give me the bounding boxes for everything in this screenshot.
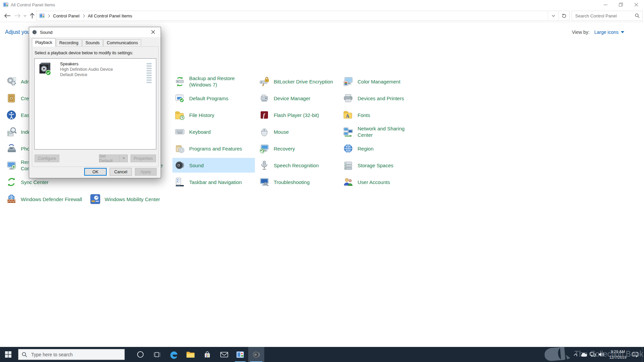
control-panel-window-icon <box>3 2 8 7</box>
onedrive-tray-button[interactable] <box>580 347 588 362</box>
task-view-button[interactable] <box>150 347 164 362</box>
forward-button[interactable] <box>13 12 21 20</box>
backup-restore-icon <box>174 76 185 87</box>
breadcrumb-current[interactable]: All Control Panel Items <box>88 13 132 18</box>
cp-item-windows-mobility-center[interactable]: Windows Mobility Center <box>88 192 170 206</box>
cp-item-bitlocker-drive-encryption[interactable]: BitLocker Drive Encryption <box>257 74 339 89</box>
store-button[interactable] <box>200 347 215 362</box>
recent-pages-chevron[interactable] <box>22 12 28 20</box>
search-input[interactable] <box>575 13 635 19</box>
taskbar-search-input[interactable] <box>31 352 121 358</box>
cp-item-devices-and-printers[interactable]: Devices and Printers <box>341 91 423 106</box>
cp-item-sound[interactable]: Sound <box>172 158 255 173</box>
start-button[interactable] <box>0 347 16 362</box>
ease-of-access-icon <box>6 110 17 120</box>
search-icon <box>22 352 27 357</box>
show-desktop-button[interactable] <box>642 347 644 362</box>
cp-item-backup-and-restore-windows-7[interactable]: Backup and Restore (Windows 7) <box>172 74 255 89</box>
volume-tray-button[interactable] <box>597 347 606 362</box>
cp-item-region[interactable]: Region <box>341 141 423 156</box>
breadcrumb-chevron-icon <box>82 14 85 17</box>
breadcrumb-chevron-icon <box>47 14 50 17</box>
cp-item-label: Keyboard <box>189 129 211 135</box>
cortana-button[interactable] <box>133 347 148 362</box>
address-bar[interactable]: Control Panel All Control Panel Items <box>36 11 570 21</box>
search-box[interactable] <box>572 11 643 21</box>
cp-item-label: Storage Spaces <box>358 162 393 169</box>
cp-item-color-management[interactable]: Color Management <box>341 74 423 89</box>
restore-button[interactable] <box>613 0 629 9</box>
sound-taskbar-button[interactable] <box>248 347 264 362</box>
minimize-button[interactable] <box>598 0 613 9</box>
tab-sounds[interactable]: Sounds <box>82 39 103 46</box>
tab-playback[interactable]: Playback <box>32 38 56 47</box>
breadcrumb-icon <box>39 13 45 18</box>
file-explorer-button[interactable] <box>183 347 198 362</box>
set-default-dropdown-button[interactable] <box>119 155 128 162</box>
control-panel-taskbar-button[interactable] <box>233 347 248 362</box>
cp-item-label: Mouse <box>274 129 289 135</box>
remoteapp-icon <box>6 160 17 171</box>
color-management-icon <box>343 76 354 87</box>
clock-time: 9:29 AM <box>611 349 625 354</box>
cp-item-fonts[interactable]: AFonts <box>341 108 423 122</box>
cp-item-label: Windows Mobility Center <box>105 196 160 202</box>
set-default-button[interactable]: Set Default <box>99 155 120 162</box>
cp-item-speech-recognition[interactable]: Speech Recognition <box>257 158 339 173</box>
cp-item-storage-spaces[interactable]: Storage Spaces <box>341 158 423 173</box>
cp-item-keyboard[interactable]: Keyboard <box>172 124 255 139</box>
cp-item-label: Backup and Restore (Windows 7) <box>189 75 252 88</box>
clock[interactable]: 9:29 AM 12/7/2019 <box>606 347 630 362</box>
cp-item-network-and-sharing-center[interactable]: Network and Sharing Center <box>341 124 423 139</box>
cp-item-device-manager[interactable]: Device Manager <box>257 91 339 106</box>
cp-item-label: Programs and Features <box>189 145 242 152</box>
user-accounts-icon <box>343 177 354 187</box>
cp-item-default-programs[interactable]: Default Programs <box>172 91 255 106</box>
back-button[interactable] <box>3 12 11 20</box>
cp-item-taskbar-and-navigation[interactable]: Taskbar and Navigation <box>172 175 255 189</box>
cp-item-flash-player-32-bit[interactable]: fFlash Player (32-bit) <box>257 108 339 122</box>
cp-item-label: Recovery <box>274 145 295 152</box>
file-history-icon <box>174 110 185 120</box>
mail-button[interactable] <box>217 347 231 362</box>
dialog-close-button[interactable] <box>146 27 161 37</box>
taskbar-search-box[interactable] <box>18 349 125 360</box>
refresh-button[interactable] <box>558 11 569 20</box>
close-button[interactable] <box>629 0 644 9</box>
cp-item-programs-and-features[interactable]: Programs and Features <box>172 141 255 156</box>
chevron-down-icon <box>122 158 125 159</box>
cp-item-user-accounts[interactable]: User Accounts <box>341 175 423 189</box>
up-button[interactable] <box>28 12 36 20</box>
cp-item-windows-defender-firewall[interactable]: Windows Defender Firewall <box>4 192 87 206</box>
ok-button[interactable]: OK <box>84 168 107 176</box>
cp-item-troubleshooting[interactable]: Troubleshooting <box>257 175 339 189</box>
tab-recording[interactable]: Recording <box>56 39 82 46</box>
network-icon <box>590 352 596 357</box>
configure-button[interactable]: Configure <box>35 155 59 162</box>
taskbar-nav-icon <box>174 177 185 187</box>
breadcrumb-control-panel[interactable]: Control Panel <box>53 13 79 18</box>
edge-button[interactable] <box>166 347 181 362</box>
properties-button[interactable]: Properties <box>130 155 156 162</box>
region-icon <box>343 143 354 154</box>
tray-chevron-button[interactable] <box>572 347 580 362</box>
cancel-button[interactable]: Cancel <box>110 168 132 176</box>
cp-item-label: BitLocker Drive Encryption <box>274 78 333 85</box>
playback-device-list[interactable]: Speakers High Definition Audio Device De… <box>34 58 156 149</box>
sound-icon <box>174 160 185 171</box>
credential-manager-icon <box>6 93 17 104</box>
cp-item-label: Windows Defender Firewall <box>21 196 82 202</box>
apply-button[interactable]: Apply <box>135 168 157 176</box>
speakers-device-icon <box>37 61 53 77</box>
device-speakers-item[interactable]: Speakers High Definition Audio Device De… <box>36 61 155 82</box>
cp-item-mouse[interactable]: Mouse <box>257 124 339 139</box>
control-panel-icon <box>236 351 244 359</box>
cp-item-label: User Accounts <box>358 179 390 185</box>
cp-item-file-history[interactable]: File History <box>172 108 255 122</box>
speaker-icon <box>598 352 604 357</box>
tab-communications[interactable]: Communications <box>103 39 141 46</box>
cp-item-recovery[interactable]: Recovery <box>257 141 339 156</box>
action-center-button[interactable] <box>630 347 641 362</box>
address-dropdown-chevron[interactable] <box>548 11 558 20</box>
network-tray-button[interactable] <box>588 347 597 362</box>
